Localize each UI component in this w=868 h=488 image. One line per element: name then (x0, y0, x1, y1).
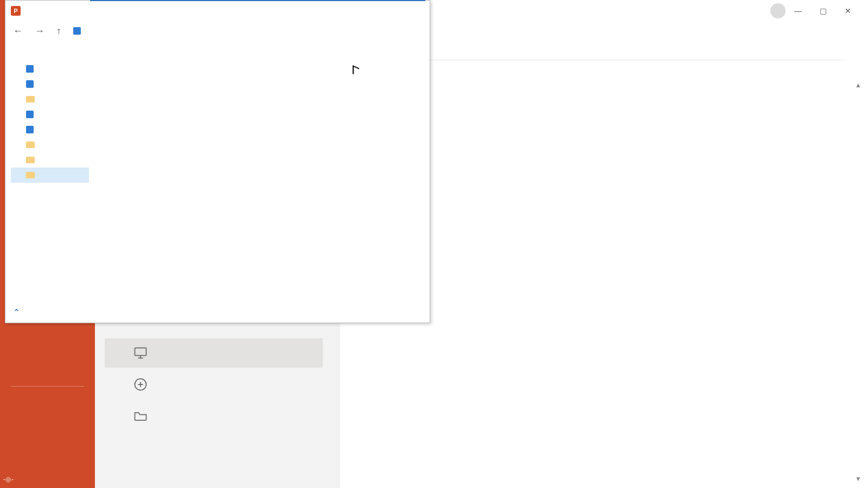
documents-icon (26, 96, 35, 102)
this-pc-icon (133, 345, 148, 361)
location-this-pc[interactable] (105, 338, 323, 368)
save-as-dialog: ← → ↑ ⌃ (5, 0, 430, 323)
nav-forward-icon[interactable]: → (35, 25, 44, 37)
pictures-icon (26, 142, 35, 148)
mouse-cursor-icon (353, 67, 360, 78)
tree-desktop[interactable] (11, 76, 89, 92)
nav-export[interactable] (0, 323, 95, 349)
nav-up-icon[interactable]: ↑ (56, 25, 61, 37)
tree-documents[interactable] (11, 92, 89, 107)
save-as-type-dropdown[interactable] (90, 0, 425, 1)
local-disk-icon (26, 172, 35, 178)
nav-close[interactable] (0, 349, 95, 375)
add-place-icon (133, 377, 148, 392)
videos-icon (26, 157, 35, 163)
dialog-nav-bar: ← → ↑ (5, 21, 430, 41)
account-area[interactable] (765, 3, 786, 18)
maximize-button[interactable]: ▢ (810, 3, 835, 19)
dialog-toolbar (5, 41, 430, 58)
address-bar-icon (73, 27, 81, 35)
tree-local-disk[interactable] (11, 168, 89, 183)
powerpoint-icon (11, 6, 21, 16)
tree-3d-objects[interactable] (11, 61, 89, 76)
music-icon (26, 126, 34, 133)
scroll-up-icon[interactable]: ▲ (855, 81, 866, 89)
tree-downloads[interactable] (11, 107, 89, 122)
screen-recorder-watermark: -◎- (3, 476, 14, 484)
tree-music[interactable] (11, 122, 89, 137)
minimize-button[interactable]: — (786, 3, 810, 19)
nav-account[interactable] (0, 393, 95, 419)
scroll-down-icon[interactable]: ▼ (855, 475, 866, 483)
location-browse[interactable] (105, 401, 323, 431)
nav-back-icon[interactable]: ← (13, 25, 23, 37)
scroll-bar[interactable]: ▲▼ (855, 81, 866, 483)
close-window-button[interactable]: ✕ (835, 3, 860, 19)
nav-separator (11, 386, 84, 387)
objects3d-icon (26, 65, 34, 73)
dialog-title-bar (5, 1, 430, 21)
downloads-icon (26, 111, 34, 118)
tree-pictures[interactable] (11, 137, 89, 152)
folder-tree[interactable] (5, 58, 89, 217)
browse-icon (133, 408, 148, 423)
hide-folders-button[interactable]: ⌃ (13, 307, 23, 317)
nav-feedback[interactable] (0, 419, 95, 445)
separator (364, 60, 844, 60)
location-add-place[interactable] (105, 370, 323, 399)
svg-rect-0 (135, 348, 146, 356)
user-avatar (770, 3, 786, 18)
chevron-up-icon: ⌃ (13, 307, 20, 317)
tree-videos[interactable] (11, 152, 89, 168)
desktop-icon (26, 80, 34, 88)
